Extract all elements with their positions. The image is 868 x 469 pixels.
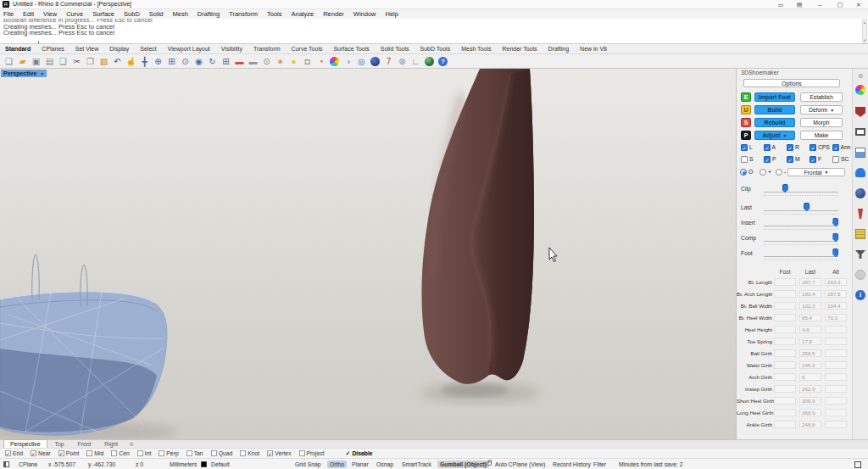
slider-track[interactable] bbox=[764, 184, 838, 196]
options-button[interactable]: Options bbox=[743, 79, 840, 87]
gear-icon[interactable]: ⊛ bbox=[855, 71, 865, 81]
feedback-camera-icon[interactable]: ▭ bbox=[773, 0, 788, 9]
lightbulb-icon[interactable] bbox=[855, 270, 865, 280]
cell-last[interactable]: 248.8 bbox=[799, 421, 821, 428]
menu-curve[interactable]: Curve bbox=[66, 10, 83, 18]
menu-mesh[interactable]: Mesh bbox=[172, 10, 187, 18]
menu-tools[interactable]: Tools bbox=[267, 10, 282, 18]
make-button[interactable]: Make bbox=[800, 131, 843, 140]
add-viewport-icon[interactable]: ⊕ bbox=[125, 441, 137, 448]
status-toggle-minutes-from-last-save-2[interactable]: Minutes from last save: 2 bbox=[619, 461, 683, 467]
web-globe-icon[interactable] bbox=[855, 188, 865, 198]
viewport-tab-perspective[interactable]: Perspective bbox=[3, 439, 47, 448]
radio-[interactable]: + bbox=[760, 169, 771, 176]
toolbar-tab-visibility[interactable]: Visibility bbox=[221, 46, 242, 52]
toolbar-tab-standard[interactable]: Standard bbox=[5, 46, 31, 52]
cell-last[interactable]: 262.9 bbox=[799, 385, 821, 393]
info-icon[interactable]: i bbox=[855, 290, 865, 300]
toolbar-tab-curve-tools[interactable]: Curve Tools bbox=[292, 46, 323, 52]
undo-icon[interactable]: ↶ bbox=[112, 56, 123, 67]
cell-alt[interactable]: 187.5 bbox=[825, 290, 847, 298]
color-wheel-icon[interactable] bbox=[855, 85, 865, 95]
menu-subd[interactable]: SubD bbox=[124, 10, 140, 18]
move-icon[interactable]: ╋ bbox=[139, 56, 150, 67]
osnap-project[interactable]: Project bbox=[299, 450, 325, 456]
points-on-icon[interactable]: ⊙ bbox=[261, 56, 272, 67]
rebuild-icon-button[interactable]: S bbox=[741, 118, 751, 127]
cell-last[interactable]: 102.3 bbox=[799, 302, 821, 310]
view-direction-dropdown[interactable]: Frontal▼ bbox=[787, 168, 845, 176]
cell-last[interactable]: 0 bbox=[799, 373, 821, 381]
shaded-viewport-icon[interactable]: ◔ bbox=[315, 56, 326, 67]
cell-alt[interactable] bbox=[825, 409, 847, 416]
menu-solid[interactable]: Solid bbox=[149, 10, 164, 18]
menu-transform[interactable]: Transform bbox=[229, 10, 258, 18]
toolbar-tab-viewport-layout[interactable]: Viewport Layout bbox=[168, 46, 210, 52]
pan-icon[interactable]: ☝ bbox=[125, 56, 136, 67]
checkbox-box[interactable]: ✓ bbox=[810, 144, 816, 151]
cell-foot[interactable] bbox=[774, 409, 796, 416]
radio-circle[interactable] bbox=[776, 169, 782, 176]
render-settings-icon[interactable]: 7 bbox=[383, 56, 394, 67]
paintbrush-icon[interactable] bbox=[855, 209, 865, 219]
materials-shield-icon[interactable] bbox=[855, 107, 865, 117]
rendering-picture-icon[interactable] bbox=[855, 148, 865, 158]
cell-foot[interactable] bbox=[774, 397, 796, 405]
osnap-perp[interactable]: Perp bbox=[159, 450, 178, 456]
panel-toggle-icon[interactable] bbox=[854, 461, 861, 468]
osnap-checkbox[interactable]: ✓ bbox=[58, 450, 64, 456]
checkbox-f[interactable]: ✓ F bbox=[810, 156, 821, 163]
toolbar-tab-subd-tools[interactable]: SubD Tools bbox=[420, 46, 450, 52]
build-button[interactable]: Build bbox=[754, 105, 795, 114]
cell-last[interactable]: 287.7 bbox=[799, 278, 821, 286]
cell-last[interactable]: 246.2 bbox=[799, 361, 821, 369]
cell-alt[interactable] bbox=[825, 373, 847, 381]
checkbox-s[interactable]: S bbox=[741, 156, 753, 163]
osnap-checkbox[interactable] bbox=[159, 450, 164, 456]
notifications-bell-icon[interactable] bbox=[855, 168, 865, 177]
checkbox-box[interactable] bbox=[741, 156, 748, 163]
checkbox-a[interactable]: ✓ A bbox=[764, 144, 776, 151]
cell-foot[interactable] bbox=[774, 302, 796, 310]
units-button[interactable]: Millimeters bbox=[170, 461, 197, 467]
rotate-view-icon[interactable]: ↻ bbox=[207, 56, 218, 67]
scroll-down-icon[interactable]: ▼ bbox=[863, 38, 866, 42]
osnap-knot[interactable]: Knot bbox=[240, 450, 259, 456]
cell-foot[interactable] bbox=[774, 361, 796, 369]
checkbox-p[interactable]: ✓ P bbox=[764, 156, 776, 163]
zoom-icon[interactable]: ⊕ bbox=[153, 56, 164, 67]
perspective-viewport[interactable]: Perspective ▼ bbox=[0, 69, 736, 439]
osnap-cen[interactable]: Cen bbox=[111, 450, 129, 456]
cell-foot[interactable] bbox=[774, 314, 796, 321]
menu-window[interactable]: Window bbox=[353, 10, 376, 18]
new-file-icon[interactable]: ❏ bbox=[3, 56, 14, 67]
filter-funnel-icon[interactable] bbox=[855, 250, 865, 259]
cut-icon[interactable]: ✂ bbox=[71, 56, 82, 67]
open-file-icon[interactable]: ▰ bbox=[17, 56, 28, 67]
osnap-end[interactable]: ✓End bbox=[5, 450, 23, 456]
layer-button[interactable]: Default bbox=[211, 461, 230, 467]
osnap-checkbox[interactable]: ✓ bbox=[267, 450, 273, 456]
properties-icon[interactable]: ❑ bbox=[58, 56, 69, 67]
toolbar-tab-transform[interactable]: Transform bbox=[253, 46, 281, 52]
slider-track[interactable] bbox=[764, 233, 838, 245]
rebuild-button[interactable]: Rebuild bbox=[754, 118, 795, 127]
cell-alt[interactable] bbox=[825, 326, 847, 333]
checkbox-sc[interactable]: SC bbox=[832, 156, 849, 163]
layer-grid-icon[interactable] bbox=[3, 461, 9, 467]
osnap-checkbox[interactable]: ✓ bbox=[31, 450, 36, 456]
osnap-tan[interactable]: Tan bbox=[186, 450, 203, 456]
cell-alt[interactable]: 293.3 bbox=[825, 278, 847, 286]
osnap-checkbox[interactable] bbox=[211, 450, 217, 456]
osnap-checkbox[interactable] bbox=[86, 450, 92, 456]
cell-alt[interactable] bbox=[825, 361, 847, 369]
cell-alt[interactable]: 104.4 bbox=[825, 302, 847, 310]
checkbox-box[interactable]: ✓ bbox=[810, 156, 816, 163]
command-scrollbar[interactable]: ▲ ▼ bbox=[862, 20, 867, 43]
cell-foot[interactable] bbox=[774, 290, 796, 298]
zoom-dynamic-icon[interactable]: ⊙ bbox=[180, 56, 191, 67]
scroll-up-icon[interactable]: ▲ bbox=[863, 20, 866, 25]
show-objects-icon[interactable]: ▬ bbox=[248, 56, 259, 67]
explode-icon[interactable]: ∗ bbox=[275, 56, 286, 67]
morph-button[interactable]: Morph bbox=[800, 118, 843, 127]
